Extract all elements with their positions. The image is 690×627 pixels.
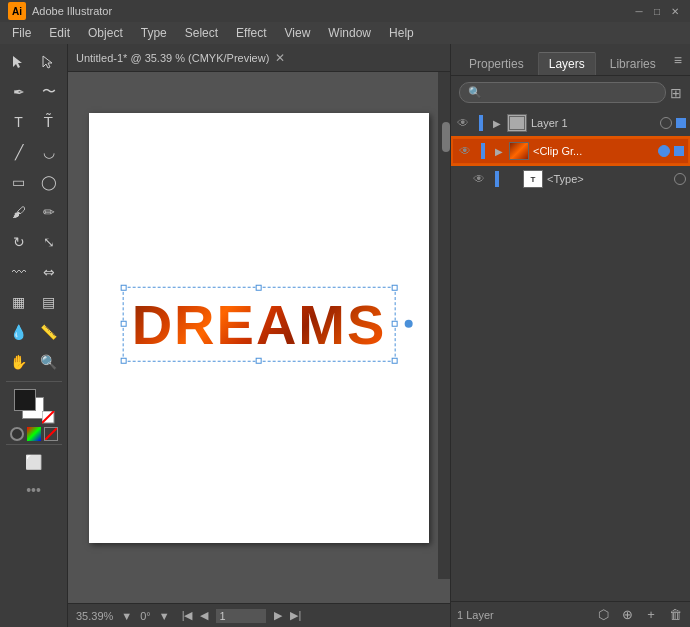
more-tools-icon[interactable]: •••	[26, 482, 41, 498]
bar-graph-tool[interactable]: ▦	[5, 288, 33, 316]
type-visibility-icon[interactable]: 👁	[471, 171, 487, 187]
none-fill-icon[interactable]	[44, 427, 58, 441]
angle-dropdown-icon[interactable]: ▼	[159, 610, 170, 622]
tab-properties[interactable]: Properties	[459, 53, 534, 75]
column-graph-tool[interactable]: ▤	[35, 288, 63, 316]
menu-help[interactable]: Help	[381, 24, 422, 42]
layer1-name: Layer 1	[531, 117, 656, 129]
toolbar-divider	[6, 381, 62, 382]
svg-line-2	[45, 428, 57, 440]
handle-bot-left[interactable]	[121, 357, 127, 363]
handle-mid-right[interactable]	[391, 321, 397, 327]
handle-bot-mid[interactable]	[256, 357, 262, 363]
color-mode-icon[interactable]	[10, 427, 24, 441]
zoom-tool[interactable]: 🔍	[35, 348, 63, 376]
make-clipping-mask-button[interactable]: ⬡	[594, 606, 612, 624]
clipgroup-expand-icon[interactable]: ▶	[493, 146, 505, 157]
tab-layers[interactable]: Layers	[538, 52, 596, 75]
menu-object[interactable]: Object	[80, 24, 131, 42]
clipgroup-target-circle[interactable]	[658, 145, 670, 157]
line-tool[interactable]: ╱	[5, 138, 33, 166]
handle-bot-right[interactable]	[391, 357, 397, 363]
handle-top-left[interactable]	[121, 284, 127, 290]
gradient-icon[interactable]	[27, 427, 41, 441]
tool-row-11: ✋ 🔍	[5, 348, 63, 376]
tool-row-2: ✒ 〜	[5, 78, 63, 106]
tool-row-6: 🖌 ✏	[5, 198, 63, 226]
clipgroup-visibility-icon[interactable]: 👁	[457, 143, 473, 159]
arc-tool[interactable]: ◡	[35, 138, 63, 166]
layer1-expand-icon[interactable]: ▶	[491, 118, 503, 129]
vertical-scrollbar-thumb[interactable]	[442, 122, 450, 152]
pen-tool[interactable]: ✒	[5, 78, 33, 106]
menu-window[interactable]: Window	[320, 24, 379, 42]
scale-tool[interactable]: ⤡	[35, 228, 63, 256]
tab-libraries[interactable]: Libraries	[600, 53, 666, 75]
layer-item-clipgroup[interactable]: 👁 ▶ <Clip Gr...	[451, 137, 690, 165]
warp-tool[interactable]: 〰	[5, 258, 33, 286]
maximize-button[interactable]: □	[650, 4, 664, 18]
next-btn[interactable]: ▶	[274, 609, 282, 622]
eyedropper-tool[interactable]: 💧	[5, 318, 33, 346]
panel-tabs: Properties Layers Libraries ≡	[451, 44, 690, 76]
layer-item-layer1[interactable]: 👁 ▶ Layer 1	[451, 109, 690, 137]
layers-search-box[interactable]: 🔍	[459, 82, 666, 103]
canvas-scroll[interactable]: DREAMS	[68, 72, 450, 603]
close-button[interactable]: ✕	[668, 4, 682, 18]
menu-type[interactable]: Type	[133, 24, 175, 42]
fill-stroke-swatches[interactable]	[14, 389, 54, 425]
delete-layer-button[interactable]: 🗑	[666, 606, 684, 624]
tool-row-3: T T̃	[5, 108, 63, 136]
none-indicator-icon[interactable]	[42, 411, 56, 425]
vertical-scrollbar-track[interactable]	[438, 72, 450, 579]
handle-top-mid[interactable]	[256, 284, 262, 290]
artboard: DREAMS	[89, 113, 429, 543]
layer-item-type[interactable]: 👁 T <Type>	[451, 165, 690, 193]
panel-more-icon[interactable]: ≡	[674, 52, 682, 68]
left-toolbar: ✒ 〜 T T̃ ╱ ◡ ▭ ◯ 🖌 ✏ ↻ ⤡ 〰 ⇔ ▦ ▤	[0, 44, 68, 627]
new-layer-button[interactable]: +	[642, 606, 660, 624]
rotate-tool[interactable]: ↻	[5, 228, 33, 256]
doc-tab-close[interactable]: ✕	[275, 51, 285, 65]
filter-icon[interactable]: ⊞	[670, 85, 682, 101]
menu-effect[interactable]: Effect	[228, 24, 274, 42]
zoom-dropdown-icon[interactable]: ▼	[121, 610, 132, 622]
curvature-tool[interactable]: 〜	[35, 78, 63, 106]
title-bar-controls[interactable]: ─ □ ✕	[632, 4, 682, 18]
layer1-color-strip	[479, 115, 483, 131]
ellipse-tool[interactable]: ◯	[35, 168, 63, 196]
width-tool[interactable]: ⇔	[35, 258, 63, 286]
hand-tool[interactable]: ✋	[5, 348, 33, 376]
dreams-selection: DREAMS	[123, 286, 396, 361]
prev-artboard-btn[interactable]: |◀	[182, 609, 193, 622]
direct-select-tool[interactable]	[35, 48, 63, 76]
locate-object-button[interactable]: ⊕	[618, 606, 636, 624]
minimize-button[interactable]: ─	[632, 4, 646, 18]
type-tool[interactable]: T	[5, 108, 33, 136]
layer1-target-circle[interactable]	[660, 117, 672, 129]
layer1-visibility-icon[interactable]: 👁	[455, 115, 471, 131]
tool-row-10: 💧 📏	[5, 318, 63, 346]
rect-tool[interactable]: ▭	[5, 168, 33, 196]
handle-mid-left[interactable]	[121, 321, 127, 327]
pencil-tool[interactable]: ✏	[35, 198, 63, 226]
type-color-strip	[495, 171, 499, 187]
select-tool[interactable]	[5, 48, 33, 76]
prev-btn[interactable]: ◀	[200, 609, 208, 622]
paintbrush-tool[interactable]: 🖌	[5, 198, 33, 226]
touch-type-tool[interactable]: T̃	[35, 108, 63, 136]
menu-view[interactable]: View	[277, 24, 319, 42]
tool-row-8: 〰 ⇔	[5, 258, 63, 286]
menu-file[interactable]: File	[4, 24, 39, 42]
layers-list: 👁 ▶ Layer 1 👁	[451, 109, 690, 193]
type-target-circle[interactable]	[674, 173, 686, 185]
menu-edit[interactable]: Edit	[41, 24, 78, 42]
next-artboard-btn[interactable]: ▶|	[290, 609, 301, 622]
doc-tab-label: Untitled-1* @ 35.39 % (CMYK/Preview)	[76, 52, 269, 64]
menu-select[interactable]: Select	[177, 24, 226, 42]
handle-top-right[interactable]	[391, 284, 397, 290]
artboard-tool[interactable]: ⬜	[20, 448, 48, 476]
artboard-input[interactable]	[216, 609, 266, 623]
measure-tool[interactable]: 📏	[35, 318, 63, 346]
fill-swatch[interactable]	[14, 389, 36, 411]
